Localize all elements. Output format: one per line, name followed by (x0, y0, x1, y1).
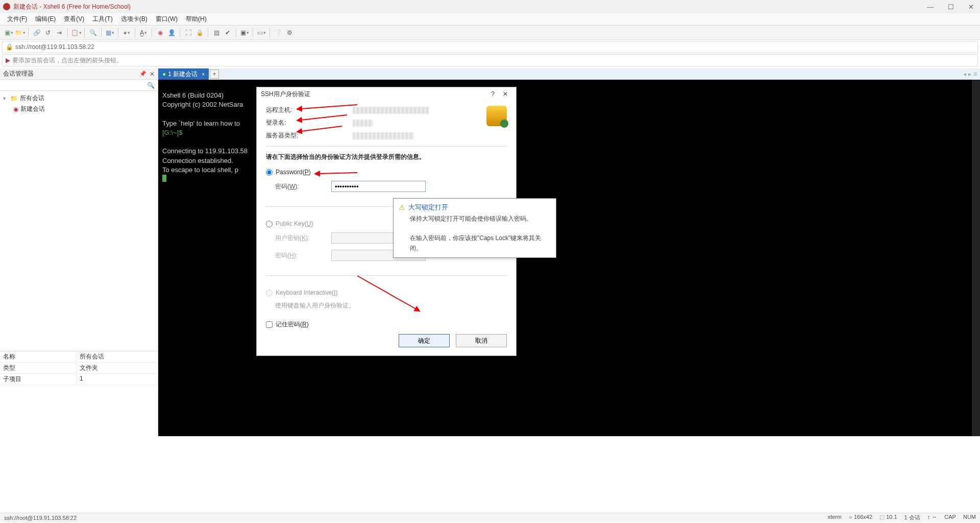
tooltip-line2: 在输入密码前，你应该按"Caps Lock"键来将其关闭。 (410, 233, 551, 253)
dialog-separator (266, 146, 507, 147)
terminal-scrollbar[interactable] (972, 80, 980, 436)
term-line: Type `help' to learn how to (162, 120, 240, 127)
term-line: Xshell 6 (Build 0204) (162, 91, 224, 99)
close-button[interactable]: ✕ (965, 2, 977, 12)
menu-help[interactable]: 帮助(H) (183, 14, 210, 25)
hint-text: 要添加当前会话，点击左侧的箭头按钮。 (12, 56, 122, 65)
font-icon[interactable]: A̲▾ (139, 28, 148, 37)
panel-close-icon[interactable]: ✕ (150, 70, 155, 78)
status-address: ssh://root@119.91.103.58:22 (4, 515, 77, 521)
maximize-button[interactable]: ☐ (945, 2, 957, 12)
tab-add-button[interactable]: + (210, 69, 219, 79)
tab-bar: ● 1 新建会话 × + ◂ ▸ ≡ (158, 68, 980, 80)
dialog-titlebar: SSH用户身份验证 ? ✕ (257, 87, 516, 101)
address-bar[interactable]: 🔒 ssh://root@119.91.103.58:22 (2, 41, 978, 53)
tree-root-label: 所有会话 (20, 94, 44, 103)
dialog-close-icon[interactable]: ✕ (499, 89, 512, 99)
session-manager: 会话管理器 📌 ✕ 🔍 ▾ 📁 所有会话 ◉ 新建会话 名称 所有会话 (0, 68, 158, 436)
prop-row: 子项目 1 (0, 374, 158, 385)
tab-next-icon[interactable]: ▸ (968, 70, 971, 78)
gear-icon[interactable]: ⚙ (285, 28, 294, 37)
server-type-label: 服务器类型: (266, 131, 302, 140)
warning-icon: ⚠ (399, 203, 405, 211)
password-input[interactable] (331, 181, 426, 192)
lock-icon[interactable]: 🔒 (195, 28, 204, 37)
layout-icon[interactable]: ▤ (212, 28, 221, 37)
toolbar-sep (101, 28, 102, 37)
terminal-icon[interactable]: ▣▾ (240, 28, 249, 37)
menu-edit[interactable]: 编辑(E) (32, 14, 59, 25)
toolbar-sep (28, 28, 29, 37)
menu-tools[interactable]: 工具(T) (89, 14, 115, 25)
tab-close-icon[interactable]: × (202, 72, 205, 77)
remember-password-checkbox[interactable] (266, 321, 273, 328)
open-folder-icon[interactable]: 📁▾ (15, 28, 24, 37)
prop-val: 文件夹 (77, 363, 101, 373)
minimize-button[interactable]: — (924, 2, 937, 12)
userkey-label: 用户密钥(K): (275, 234, 326, 243)
menu-file[interactable]: 文件(F) (4, 14, 30, 25)
cancel-button[interactable]: 取消 (456, 334, 507, 347)
help-icon[interactable]: ❔ (274, 28, 283, 37)
tab-list-icon[interactable]: ≡ (973, 70, 977, 78)
color-icon[interactable]: ●▾ (122, 28, 131, 37)
search-icon[interactable]: 🔍 (147, 82, 155, 89)
fullscreen-icon[interactable]: ⛶ (184, 28, 193, 37)
grid-icon[interactable]: ▦▾ (105, 28, 114, 37)
hint-bar: ▶ 要添加当前会话，点击左侧的箭头按钮。 (2, 54, 978, 66)
remote-host-label: 远程主机: (266, 106, 302, 114)
tab-active[interactable]: ● 1 新建会话 × (158, 68, 209, 80)
session-properties: 名称 所有会话 类型 文件夹 子项目 1 (0, 351, 158, 436)
term-line: Copyright (c) 2002 NetSara (162, 101, 243, 108)
toolbar-sep (270, 28, 270, 37)
new-session-icon[interactable]: ▣▾ (4, 28, 13, 37)
tab-prev-icon[interactable]: ◂ (963, 70, 966, 78)
password-label: 密码(W): (275, 182, 326, 191)
menu-window[interactable]: 窗口(W) (153, 14, 181, 25)
publickey-radio-label: Public Key(U) (276, 220, 313, 227)
status-term: xterm (827, 514, 842, 521)
tree-child[interactable]: ◉ 新建会话 (3, 104, 155, 114)
expand-icon[interactable]: ▾ (3, 96, 8, 101)
link-icon[interactable]: 🔗 (32, 28, 41, 37)
dialog-help-icon[interactable]: ? (487, 89, 499, 99)
term-prompt: [G:\~]$ (162, 129, 182, 136)
status-zoom-icon: ⬚ 10.1 (879, 514, 897, 521)
password-radio[interactable] (266, 169, 273, 176)
prop-key: 名称 (0, 351, 77, 362)
menu-tabs[interactable]: 选项卡(B) (118, 14, 151, 25)
toolbar-sep (67, 28, 68, 37)
toolbar-sep (152, 28, 152, 37)
toolbar-sep (118, 28, 118, 37)
check-icon[interactable]: ✔ (223, 28, 232, 37)
dialog-title: SSH用户身份验证 (261, 90, 487, 99)
reconnect-icon[interactable]: ↺ (43, 28, 53, 37)
window-icon[interactable]: ▭▾ (257, 28, 266, 37)
disconnect-icon[interactable]: ⇥ (55, 28, 64, 37)
tree-child-label: 新建会话 (20, 105, 45, 113)
session-search[interactable]: 🔍 (0, 80, 158, 91)
toolbar-sep (84, 28, 85, 37)
kbi-hint: 使用键盘输入用户身份验证。 (275, 301, 355, 310)
user-icon[interactable]: 👤 (167, 28, 176, 37)
status-num: NUM (963, 514, 976, 521)
swirl-icon[interactable]: ◉ (156, 28, 165, 37)
copy-icon[interactable]: 📋▾ (71, 28, 81, 37)
address-text: ssh://root@119.91.103.58:22 (15, 43, 94, 51)
prop-val: 1 (77, 374, 86, 385)
term-line: To escape to local shell, p (162, 166, 238, 174)
search-icon[interactable]: 🔍 (88, 28, 97, 37)
capslock-tooltip: ⚠ 大写锁定打开 保持大写锁定打开可能会使你错误输入密码。 在输入密码前，你应该… (393, 198, 556, 258)
menu-view[interactable]: 查看(V) (61, 14, 87, 25)
publickey-radio[interactable] (266, 221, 273, 227)
prop-val: 所有会话 (77, 351, 107, 362)
ok-button[interactable]: 确定 (399, 334, 450, 347)
status-conn-icon: ↕ ↔ (927, 514, 938, 521)
tooltip-title: 大写锁定打开 (408, 203, 448, 212)
pin-icon[interactable]: 📌 (139, 70, 146, 77)
status-sessions: 1 会话 (904, 514, 920, 521)
tree-root[interactable]: ▾ 📁 所有会话 (3, 93, 155, 104)
window-controls: — ☐ ✕ (924, 2, 977, 12)
session-manager-header: 会话管理器 📌 ✕ (0, 68, 158, 80)
session-search-input[interactable] (3, 82, 147, 89)
